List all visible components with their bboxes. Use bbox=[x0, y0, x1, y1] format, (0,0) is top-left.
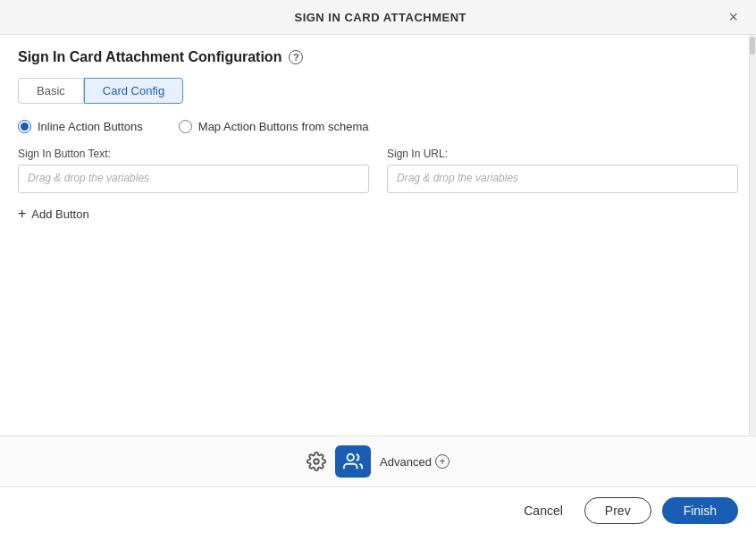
add-plus-icon: + bbox=[18, 206, 26, 222]
footer-bar: Advanced + bbox=[0, 436, 756, 486]
modal-body: Sign In Card Attachment Configuration ? … bbox=[0, 35, 756, 436]
help-icon[interactable]: ? bbox=[289, 50, 303, 64]
inline-action-radio[interactable] bbox=[18, 120, 31, 133]
map-action-radio-label[interactable]: Map Action Buttons from schema bbox=[179, 120, 369, 133]
page-title-text: Sign In Card Attachment Configuration bbox=[18, 49, 281, 65]
modal-title: SIGN IN CARD ATTACHMENT bbox=[36, 11, 725, 24]
sign-in-button-text-group: Sign In Button Text: Drag & drop the var… bbox=[18, 148, 369, 193]
sign-in-button-text-label: Sign In Button Text: bbox=[18, 148, 369, 160]
svg-point-0 bbox=[314, 459, 319, 464]
modal: SIGN IN CARD ATTACHMENT × Sign In Card A… bbox=[0, 0, 756, 533]
footer-icons: Advanced + bbox=[307, 445, 449, 478]
tabs-container: Basic Card Config bbox=[18, 78, 738, 104]
scrollbar-track[interactable] bbox=[749, 35, 756, 436]
advanced-label: Advanced + bbox=[380, 454, 449, 469]
sign-in-button-text-placeholder: Drag & drop the variables bbox=[28, 172, 149, 184]
radio-row: Inline Action Buttons Map Action Buttons… bbox=[18, 120, 738, 133]
prev-button[interactable]: Prev bbox=[584, 497, 651, 524]
fields-row: Sign In Button Text: Drag & drop the var… bbox=[18, 148, 738, 193]
svg-point-1 bbox=[348, 454, 354, 461]
inline-action-radio-label[interactable]: Inline Action Buttons bbox=[18, 120, 143, 133]
map-action-radio[interactable] bbox=[179, 120, 192, 133]
add-button-label: Add Button bbox=[31, 207, 88, 221]
sign-in-url-placeholder: Drag & drop the variables bbox=[397, 172, 518, 184]
advanced-text: Advanced bbox=[380, 455, 432, 469]
gear-button[interactable] bbox=[307, 452, 326, 471]
sign-in-url-group: Sign In URL: Drag & drop the variables bbox=[387, 148, 738, 193]
inline-action-label: Inline Action Buttons bbox=[38, 120, 143, 133]
users-icon bbox=[343, 452, 363, 471]
modal-overlay: SIGN IN CARD ATTACHMENT × Sign In Card A… bbox=[0, 0, 756, 533]
cancel-button[interactable]: Cancel bbox=[513, 498, 574, 523]
action-bar: Cancel Prev Finish bbox=[0, 486, 756, 533]
sign-in-url-label: Sign In URL: bbox=[387, 148, 738, 160]
scrollbar-thumb[interactable] bbox=[750, 37, 755, 55]
gear-icon bbox=[307, 452, 326, 471]
tab-card-config[interactable]: Card Config bbox=[84, 78, 183, 104]
sign-in-button-text-input[interactable]: Drag & drop the variables bbox=[18, 165, 369, 193]
users-button[interactable] bbox=[335, 445, 371, 478]
advanced-plus-icon[interactable]: + bbox=[435, 454, 449, 469]
map-action-label: Map Action Buttons from schema bbox=[198, 120, 369, 133]
modal-header: SIGN IN CARD ATTACHMENT × bbox=[0, 0, 756, 35]
close-button[interactable]: × bbox=[725, 9, 742, 25]
finish-button[interactable]: Finish bbox=[662, 497, 738, 524]
page-title-row: Sign In Card Attachment Configuration ? bbox=[18, 49, 738, 65]
add-button-row[interactable]: + Add Button bbox=[18, 206, 738, 222]
content-area: Inline Action Buttons Map Action Buttons… bbox=[18, 120, 738, 421]
sign-in-url-input[interactable]: Drag & drop the variables bbox=[387, 165, 738, 193]
tab-basic[interactable]: Basic bbox=[18, 78, 84, 104]
